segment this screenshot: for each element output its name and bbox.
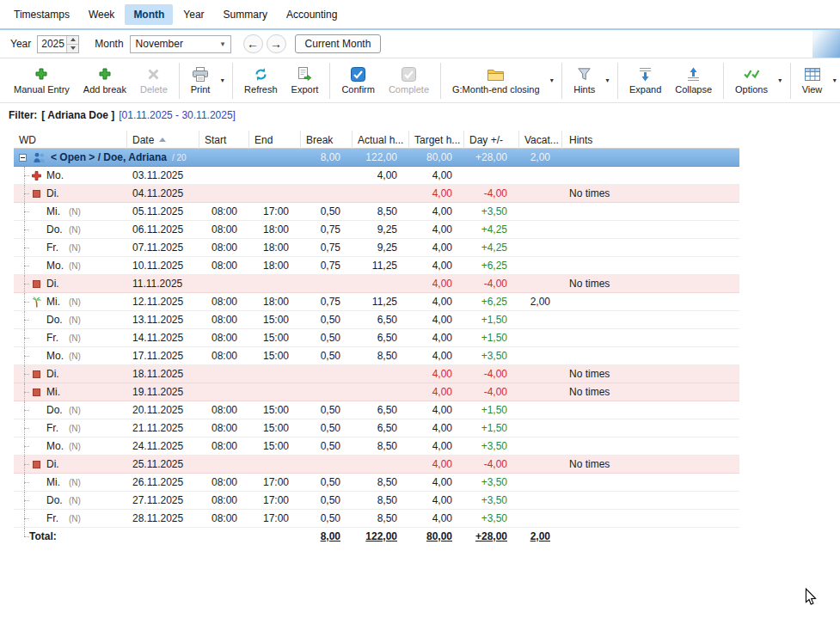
- table-row[interactable]: Mi.19.11.20254,00-4,00No times: [14, 383, 739, 401]
- start-cell: 08:00: [199, 257, 249, 274]
- actual-cell: 8,50: [353, 474, 409, 491]
- table-header: WD Date Start End Break Actual h... Targ…: [14, 131, 739, 149]
- year-down-button[interactable]: [67, 44, 78, 52]
- toolbar-separator: [617, 63, 618, 99]
- tab-month[interactable]: Month: [125, 4, 173, 25]
- delete-button[interactable]: Delete: [133, 64, 175, 97]
- options-dropdown-button[interactable]: ▾: [775, 63, 786, 99]
- collapse-button[interactable]: Collapse: [668, 64, 719, 97]
- table-row[interactable]: Do.(N)06.11.202508:0018:000,759,254,00+4…: [14, 221, 739, 239]
- column-header-vacation[interactable]: Vacat...: [519, 131, 562, 149]
- column-header-actual[interactable]: Actual h...: [353, 131, 409, 149]
- month-end-closing-button[interactable]: G:Month-end closing: [445, 64, 547, 97]
- wd-cell: Di.: [14, 456, 127, 473]
- chevron-down-icon: ▾: [606, 76, 610, 84]
- column-header-target[interactable]: Target h...: [409, 131, 464, 149]
- tree-line: [19, 456, 29, 473]
- hint-cell: [562, 329, 739, 346]
- table-row[interactable]: Do.(N)20.11.202508:0015:000,506,504,00+1…: [14, 401, 739, 419]
- table-row[interactable]: Mi.(N)12.11.202508:0018:000,7511,254,00+…: [14, 293, 739, 311]
- table-row[interactable]: Mo.(N)10.11.202508:0018:000,7511,254,00+…: [14, 257, 739, 275]
- table-row[interactable]: Mi.(N)05.11.202508:0017:000,508,504,00+3…: [14, 203, 739, 221]
- table-row[interactable]: Di.11.11.20254,00-4,00No times: [14, 275, 739, 293]
- year-up-button[interactable]: [67, 36, 78, 44]
- next-month-button[interactable]: →: [267, 34, 286, 53]
- refresh-button[interactable]: Refresh: [237, 64, 285, 97]
- table-row[interactable]: Di.04.11.20254,00-4,00No times: [14, 185, 739, 203]
- view-dropdown-button[interactable]: ▾: [829, 63, 840, 99]
- tab-summary[interactable]: Summary: [215, 4, 276, 25]
- filter-person: [ Adriana Doe ]: [41, 109, 114, 121]
- wd-cell: Di.: [14, 185, 127, 202]
- table-row[interactable]: Mo.(N)24.11.202508:0015:000,508,504,00+3…: [14, 437, 739, 456]
- break-cell: 0,50: [301, 203, 353, 220]
- delete-icon: [148, 66, 159, 82]
- table-row[interactable]: Mo.03.11.20254,004,00: [14, 167, 739, 185]
- print-dropdown-button[interactable]: ▾: [217, 63, 228, 99]
- expand-button[interactable]: Expand: [622, 64, 668, 97]
- year-spinner[interactable]: 2025: [37, 35, 79, 53]
- actual-cell: [353, 185, 409, 202]
- weekday-label: Mo.: [46, 440, 67, 452]
- confirm-button[interactable]: Confirm: [334, 64, 382, 97]
- manual-entry-button[interactable]: Manual Entry: [7, 64, 77, 97]
- date-cell: 04.11.2025: [127, 185, 199, 202]
- column-header-break[interactable]: Break: [301, 131, 353, 149]
- add-break-button[interactable]: Add break: [77, 64, 133, 97]
- actual-cell: 6,50: [353, 419, 409, 437]
- row-icon-slot: [29, 511, 44, 525]
- hints-button[interactable]: Hints: [567, 64, 602, 97]
- tab-timestamps[interactable]: Timestamps: [5, 4, 78, 25]
- hint-cell: [562, 293, 739, 310]
- previous-month-button[interactable]: ←: [243, 34, 263, 53]
- tree-line: [19, 185, 29, 202]
- column-header-start[interactable]: Start: [199, 131, 249, 149]
- table-row[interactable]: Mo.(N)17.11.202508:0015:000,508,504,00+3…: [14, 347, 739, 365]
- group-actual-sum: 122,00: [353, 149, 409, 166]
- view-button[interactable]: View: [795, 64, 830, 97]
- total-row: Total: 8,00 122,00 80,00 +28,00 2,00: [14, 528, 739, 546]
- day-cell: +3,50: [464, 437, 519, 455]
- group-row[interactable]: < Open > / Doe, Adriana / 20 8,00 122,00…: [14, 149, 739, 167]
- tab-week[interactable]: Week: [80, 4, 123, 25]
- year-value[interactable]: 2025: [38, 36, 66, 52]
- table-row[interactable]: Do.(N)13.11.202508:0015:000,506,504,00+1…: [14, 311, 739, 329]
- column-header-end[interactable]: End: [249, 131, 301, 149]
- table-row[interactable]: Do.(N)27.11.202508:0017:000,508,504,00+3…: [14, 492, 739, 510]
- actual-cell: 9,25: [353, 221, 409, 238]
- month-label: Month: [95, 38, 123, 50]
- current-month-button[interactable]: Current Month: [295, 34, 382, 53]
- options-button[interactable]: Options: [728, 64, 775, 97]
- collapse-expander-icon[interactable]: [19, 154, 27, 162]
- tab-accounting[interactable]: Accounting: [278, 4, 346, 25]
- column-header-hints[interactable]: Hints: [562, 131, 739, 149]
- group-count: / 20: [172, 153, 187, 162]
- row-icon-slot: [29, 205, 44, 218]
- table-row[interactable]: Fr.(N)28.11.202508:0017:000,508,504,00+3…: [14, 510, 739, 528]
- month-select[interactable]: November ▾: [130, 35, 231, 53]
- month-end-closing-dropdown-button[interactable]: ▾: [547, 63, 558, 99]
- table-row[interactable]: Di.25.11.20254,00-4,00No times: [14, 456, 739, 474]
- date-cell: 25.11.2025: [127, 456, 199, 473]
- table-row[interactable]: Di.18.11.20254,00-4,00No times: [14, 365, 739, 383]
- break-cell: 0,50: [301, 437, 353, 455]
- actual-cell: [353, 383, 409, 401]
- table-row[interactable]: Fr.(N)14.11.202508:0015:000,506,504,00+1…: [14, 329, 739, 347]
- day-cell: -4,00: [464, 456, 519, 473]
- vacation-cell: [519, 419, 562, 437]
- export-button[interactable]: Export: [285, 64, 326, 97]
- day-cell: +1,50: [464, 311, 519, 328]
- column-header-wd[interactable]: WD: [14, 131, 127, 149]
- hints-dropdown-button[interactable]: ▾: [602, 63, 613, 99]
- column-header-date[interactable]: Date: [127, 131, 199, 149]
- column-header-day[interactable]: Day +/-: [464, 131, 519, 149]
- day-cell: +4,25: [464, 239, 519, 256]
- table-row[interactable]: Fr.(N)21.11.202508:0015:000,506,504,00+1…: [14, 419, 739, 437]
- group-hints-cell: [562, 149, 739, 166]
- complete-button[interactable]: Complete: [382, 64, 436, 97]
- actual-cell: [353, 365, 409, 382]
- print-button[interactable]: Print: [184, 64, 218, 97]
- table-row[interactable]: Mi.(N)26.11.202508:0017:000,508,504,00+3…: [14, 474, 739, 492]
- table-row[interactable]: Fr.(N)07.11.202508:0018:000,759,254,00+4…: [14, 239, 739, 257]
- tab-year[interactable]: Year: [175, 4, 212, 25]
